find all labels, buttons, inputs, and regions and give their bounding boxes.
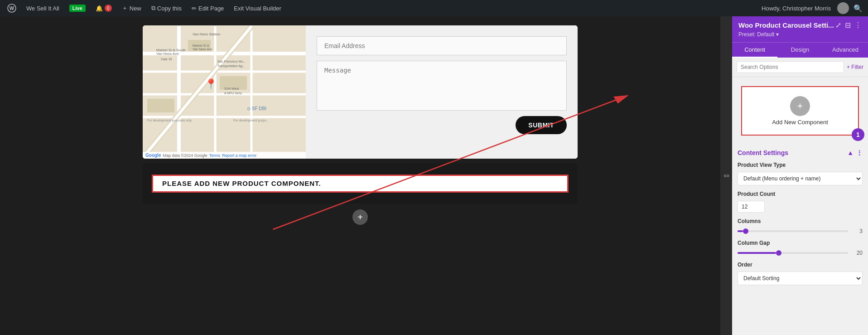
page-content: Market St & South Van Ness Ave Market St… (0, 16, 720, 335)
email-input[interactable] (317, 36, 567, 55)
svg-rect-14 (147, 99, 174, 112)
column-gap-label: Column Gap (738, 240, 863, 246)
product-view-type-group: Product View Type Default (Menu ordering… (738, 162, 863, 185)
panel-search-row: + Filter (732, 58, 868, 77)
panel-menu-icon[interactable]: ⋮ (854, 21, 862, 29)
exit-visual-builder-button[interactable]: Exit Visual Builder (230, 0, 285, 16)
user-greeting: Howdy, Christopher Morris (758, 5, 834, 12)
resize-icon: ⇔ (723, 171, 729, 180)
live-badge: Live (69, 5, 86, 12)
wp-logo-button[interactable]: W (4, 0, 20, 16)
column-gap-value: 20 (852, 250, 863, 256)
column-gap-slider-fill (738, 252, 776, 254)
map-svg: Market St & South Van Ness Ave Market St… (143, 25, 306, 159)
panel-header: Woo Product Carousel Setti... ⤢ ⊟ ⋮ Pres… (732, 16, 868, 42)
right-panel: Woo Product Carousel Setti... ⤢ ⊟ ⋮ Pres… (732, 16, 868, 335)
order-select[interactable]: Default Sorting (738, 272, 863, 285)
columns-slider-track[interactable] (738, 230, 848, 232)
svg-text:SVN West: SVN West (224, 87, 239, 90)
add-new-component-button[interactable]: + Add New Component 1 (741, 86, 859, 136)
map-data-text: Map data ©2024 Google (163, 153, 207, 158)
columns-group: Columns 3 (738, 218, 863, 234)
panel-tabs: Content Design Advanced (732, 42, 868, 58)
live-badge-button[interactable]: Live (66, 0, 89, 16)
more-options-icon[interactable]: ⋮ (856, 149, 863, 156)
tab-content[interactable]: Content (732, 43, 777, 58)
contact-section: Market St & South Van Ness Ave Market St… (143, 25, 578, 159)
google-logo: Google (145, 153, 161, 158)
terms-link[interactable]: Terms (209, 153, 221, 158)
product-placeholder-text: PLEASE ADD NEW PRODUCT COMPONENT. (162, 180, 321, 187)
canvas-area: Market St & South Van Ness Ave Market St… (0, 16, 720, 335)
badge-number: 1 (852, 128, 864, 141)
columns-label: Columns (738, 218, 863, 224)
panel-preset: Preset: Default ▾ (738, 31, 862, 38)
new-button[interactable]: ＋ New (118, 0, 145, 16)
map-background: Market St & South Van Ness Ave Market St… (143, 25, 306, 159)
dark-section: PLEASE ADD NEW PRODUCT COMPONENT. (143, 163, 578, 204)
copy-this-button[interactable]: ⧉ Copy this (148, 0, 185, 16)
notification-count: 0 (105, 5, 112, 12)
message-textarea[interactable] (317, 61, 567, 111)
content-settings-header[interactable]: Content Settings ▲ ⋮ (738, 149, 863, 156)
search-icon[interactable]: 🔍 (852, 4, 864, 13)
chevron-up-icon[interactable]: ▲ (847, 149, 854, 156)
main-layout: Market St & South Van Ness Ave Market St… (0, 16, 868, 335)
column-gap-slider-thumb[interactable] (776, 250, 781, 256)
svg-text:For development purposes only: For development purposes only (147, 119, 192, 122)
map-container: Market St & South Van Ness Ave Market St… (143, 25, 306, 159)
report-link[interactable]: Report a map error (222, 153, 256, 158)
notifications-button[interactable]: 🔔 0 (92, 0, 116, 16)
product-count-group: Product Count (738, 191, 863, 213)
product-count-input[interactable] (738, 201, 765, 213)
product-view-type-select[interactable]: Default (Menu ordering + name) (738, 172, 863, 185)
svg-text:W: W (10, 5, 14, 11)
svg-text:📍: 📍 (205, 78, 217, 90)
site-name[interactable]: We Sell It All (23, 0, 63, 16)
content-settings-toggle: ▲ ⋮ (847, 149, 863, 156)
columns-slider-thumb[interactable] (743, 228, 748, 234)
search-options-input[interactable] (737, 61, 844, 73)
svg-text:Van Ness Ave: Van Ness Ave (156, 52, 179, 56)
panel-columns-icon[interactable]: ⊟ (845, 21, 851, 29)
submit-button[interactable]: SUBMIT (516, 116, 567, 134)
panel-body: Content Settings ▲ ⋮ Product View Type D… (732, 145, 868, 335)
avatar (837, 2, 849, 14)
admin-bar: W We Sell It All Live 🔔 0 ＋ New ⧉ Copy t… (0, 0, 868, 16)
svg-text:A NPU Venu: A NPU Venu (224, 92, 242, 95)
edit-icon: ✏ (192, 5, 197, 12)
wp-logo-icon: W (7, 4, 16, 13)
product-count-label: Product Count (738, 191, 863, 197)
form-container: SUBMIT (306, 25, 578, 159)
content-settings-title: Content Settings (738, 149, 788, 156)
svg-text:Transportation Ag...: Transportation Ag... (217, 64, 245, 68)
tab-design[interactable]: Design (777, 43, 823, 58)
panel-expand-icon[interactable]: ⤢ (835, 21, 841, 29)
tab-advanced[interactable]: Advanced (823, 43, 868, 58)
panel-header-icons: ⤢ ⊟ ⋮ (835, 21, 862, 29)
svg-text:⊙ SF DBI: ⊙ SF DBI (247, 106, 266, 111)
resize-handle[interactable]: ⇔ (720, 16, 732, 335)
column-gap-slider-track[interactable] (738, 252, 848, 254)
panel-title: Woo Product Carousel Setti... (738, 21, 834, 29)
order-label: Order (738, 262, 863, 268)
order-group: Order Default Sorting (738, 262, 863, 285)
plus-icon: ＋ (122, 4, 128, 12)
column-gap-group: Column Gap 20 (738, 240, 863, 256)
columns-value: 3 (852, 228, 863, 234)
column-gap-slider-row: 20 (738, 250, 863, 256)
edit-page-button[interactable]: ✏ Edit Page (188, 0, 227, 16)
product-view-type-label: Product View Type (738, 162, 863, 168)
svg-text:Oak St: Oak St (161, 57, 172, 61)
add-component-circle-icon: + (790, 96, 810, 116)
filter-button[interactable]: + Filter (847, 64, 863, 70)
add-section-button[interactable]: + (352, 209, 368, 225)
columns-slider-row: 3 (738, 228, 863, 234)
svg-text:San Francisco Mu...: San Francisco Mu... (217, 60, 246, 63)
svg-text:Market St &: Market St & (193, 44, 209, 47)
svg-text:Van Ness Ave: Van Ness Ave (193, 48, 212, 51)
columns-slider-fill (738, 230, 743, 232)
svg-text:Van Ness Station: Van Ness Station (193, 32, 220, 36)
panel-title-row: Woo Product Carousel Setti... ⤢ ⊟ ⋮ (738, 21, 862, 29)
add-component-region: + Add New Component 1 (732, 77, 868, 145)
